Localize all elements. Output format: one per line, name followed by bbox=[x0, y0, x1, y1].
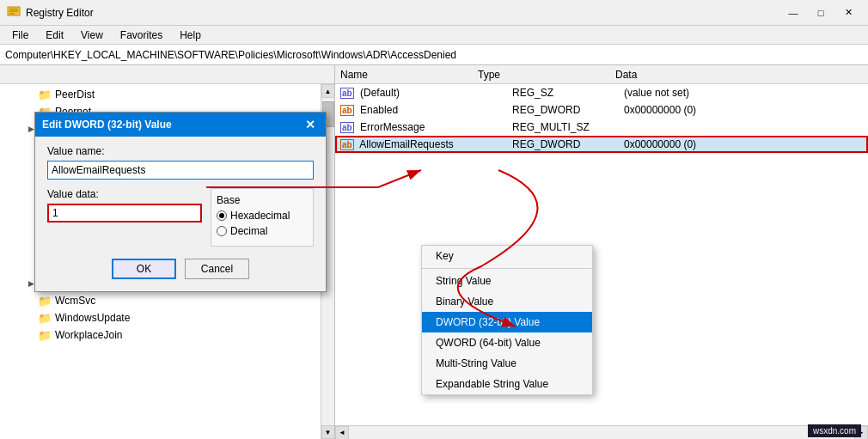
radio-dec[interactable]: Decimal bbox=[217, 225, 308, 237]
dialog-close-button[interactable]: ✕ bbox=[302, 116, 319, 133]
table-row-enabled[interactable]: ab Enabled REG_DWORD 0x00000000 (0) bbox=[335, 101, 868, 119]
table-row-allowemail[interactable]: ab AllowEmailRequests REG_DWORD 0x000000… bbox=[335, 136, 868, 153]
menu-bar: File Edit View Favorites Help bbox=[0, 26, 868, 45]
menu-view[interactable]: View bbox=[74, 27, 110, 43]
scroll-down[interactable]: ▼ bbox=[321, 425, 335, 439]
title-bar-title: Registry Editor bbox=[26, 7, 94, 19]
hscroll-track bbox=[349, 427, 854, 439]
dialog-title: Edit DWORD (32-bit) Value ✕ bbox=[35, 113, 326, 137]
radio-hex-circle[interactable] bbox=[217, 210, 227, 221]
reg-data-errormsg bbox=[619, 119, 868, 136]
minimize-button[interactable]: — bbox=[780, 4, 806, 21]
base-title: Base bbox=[217, 194, 308, 206]
value-data-label: Value data: bbox=[47, 188, 202, 200]
tree-label-wupdate: WindowsUpdate bbox=[55, 312, 130, 324]
table-row-errormsg[interactable]: ab ErrorMessage REG_MULTI_SZ bbox=[335, 119, 868, 136]
registry-table: ab (Default) REG_SZ (value not set) ab E… bbox=[335, 84, 868, 153]
value-name-input[interactable] bbox=[47, 161, 314, 180]
radio-dec-circle[interactable] bbox=[217, 226, 227, 236]
col-data: Data bbox=[615, 69, 684, 81]
hscroll-left[interactable]: ◄ bbox=[335, 426, 349, 440]
reg-name-default: (Default) bbox=[360, 87, 400, 99]
reg-name-errormsg: ErrorMessage bbox=[360, 121, 425, 133]
folder-icon-peerdist: 📁 bbox=[38, 88, 52, 101]
value-name-label: Value name: bbox=[47, 145, 314, 157]
title-bar-left: Registry Editor bbox=[7, 6, 94, 20]
wsxdn-text: wsxdn.com bbox=[808, 424, 861, 437]
tree-label-workplacejoin: WorkplaceJoin bbox=[55, 329, 122, 341]
scroll-up[interactable]: ▲ bbox=[321, 84, 335, 98]
watermark: wsxdn.com bbox=[808, 426, 861, 436]
radio-dec-label: Decimal bbox=[230, 225, 267, 237]
reg-data-enabled: 0x00000000 (0) bbox=[619, 101, 868, 119]
dialog-title-text: Edit DWORD (32-bit) Value bbox=[42, 119, 172, 131]
reg-data-allowemail: 0x00000000 (0) bbox=[619, 136, 868, 153]
icon-dword-enabled: ab bbox=[340, 105, 354, 116]
icon-sz-default: ab bbox=[340, 88, 354, 99]
radio-hex[interactable]: Hexadecimal bbox=[217, 210, 308, 222]
cancel-button[interactable]: Cancel bbox=[185, 259, 249, 279]
base-section: Base Hexadecimal Decimal bbox=[211, 188, 314, 247]
tree-label-peerdist: PeerDist bbox=[55, 88, 95, 101]
col-name: Name bbox=[340, 69, 409, 81]
icon-dword-allowemail: ab bbox=[340, 139, 354, 150]
tree-item-wupdate[interactable]: 📁 WindowsUpdate bbox=[0, 309, 334, 326]
edit-dword-dialog: Edit DWORD (32-bit) Value ✕ Value name: … bbox=[34, 112, 327, 292]
menu-edit[interactable]: Edit bbox=[39, 27, 70, 43]
menu-help[interactable]: Help bbox=[173, 27, 208, 43]
table-row-default[interactable]: ab (Default) REG_SZ (value not set) bbox=[335, 84, 868, 101]
reg-data-default: (value not set) bbox=[619, 84, 868, 101]
reg-type-enabled: REG_DWORD bbox=[507, 101, 619, 119]
dialog-buttons: OK Cancel bbox=[47, 259, 314, 279]
svg-rect-2 bbox=[9, 10, 18, 12]
tree-item-workplacejoin[interactable]: 📁 WorkplaceJoin bbox=[0, 326, 334, 344]
tree-header bbox=[0, 65, 334, 84]
menu-favorites[interactable]: Favorites bbox=[113, 27, 169, 43]
icon-sz-errormsg: ab bbox=[340, 122, 354, 133]
title-bar-controls: — □ ✕ bbox=[780, 4, 861, 21]
close-button[interactable]: ✕ bbox=[835, 4, 861, 21]
value-data-input[interactable] bbox=[47, 204, 202, 223]
svg-rect-1 bbox=[9, 9, 18, 10]
tree-item-peerdist[interactable]: 📁 PeerDist bbox=[0, 86, 334, 103]
folder-icon-wupdate: 📁 bbox=[38, 312, 52, 325]
menu-file[interactable]: File bbox=[5, 27, 35, 43]
reg-name-enabled: Enabled bbox=[360, 104, 398, 116]
dialog-body: Value name: Value data: Base Hexadecimal… bbox=[35, 137, 326, 291]
reg-name-allowemail: AllowEmailRequests bbox=[359, 138, 453, 150]
dialog-data-row: Value data: Base Hexadecimal Decimal bbox=[47, 188, 314, 247]
address-path: Computer\HKEY_LOCAL_MACHINE\SOFTWARE\Pol… bbox=[5, 49, 456, 61]
right-panel: Name Type Data ab (Default) REG_SZ (valu… bbox=[335, 65, 868, 439]
right-header: Name Type Data bbox=[335, 65, 868, 84]
col-type: Type bbox=[478, 69, 547, 81]
tree-label-wcmsvc: WcmSvc bbox=[55, 295, 95, 307]
tree-item-wcmsvc[interactable]: 📁 WcmSvc bbox=[0, 292, 334, 309]
ok-button[interactable]: OK bbox=[112, 259, 176, 279]
folder-icon-workplacejoin: 📁 bbox=[38, 329, 52, 342]
registry-icon bbox=[7, 6, 21, 20]
reg-type-allowemail: REG_DWORD bbox=[507, 136, 619, 153]
folder-icon-wcmsvc: 📁 bbox=[38, 295, 52, 308]
maximize-button[interactable]: □ bbox=[808, 4, 834, 21]
svg-rect-3 bbox=[9, 13, 15, 15]
reg-type-errormsg: REG_MULTI_SZ bbox=[507, 119, 619, 136]
reg-type-default: REG_SZ bbox=[507, 84, 619, 101]
address-bar: Computer\HKEY_LOCAL_MACHINE\SOFTWARE\Pol… bbox=[0, 45, 868, 65]
radio-hex-label: Hexadecimal bbox=[230, 210, 290, 222]
title-bar: Registry Editor — □ ✕ bbox=[0, 0, 868, 26]
dialog-value-section: Value data: bbox=[47, 188, 202, 247]
right-hscrollbar[interactable]: ◄ ► bbox=[335, 425, 868, 439]
